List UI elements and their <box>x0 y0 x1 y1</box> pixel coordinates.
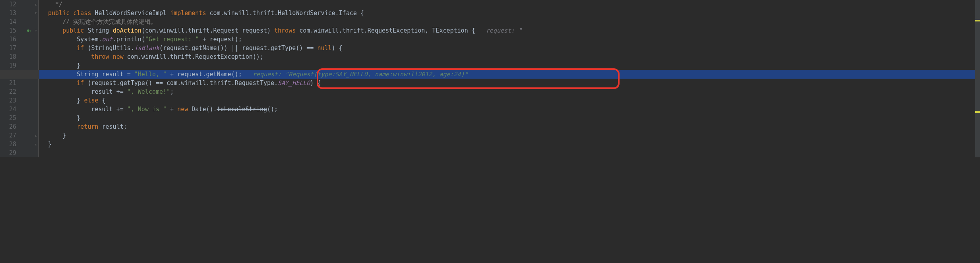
line-number: 28 <box>0 140 26 149</box>
code-text: System. <box>77 36 102 43</box>
class-name: HelloWordServiceImpl <box>95 10 167 17</box>
code-line[interactable]: } <box>39 131 980 140</box>
line-number: 14 <box>0 17 26 26</box>
code-text: + <box>167 106 177 113</box>
code-line[interactable]: result += ", Now is " + new Date().toLoc… <box>39 105 980 114</box>
string-literal: "Hello, " <box>134 71 167 78</box>
fold-down-icon[interactable]: ▿ <box>33 26 38 35</box>
code-text: } <box>77 97 84 104</box>
keyword: else <box>84 97 98 104</box>
brace: } <box>48 141 52 148</box>
keyword: new <box>113 53 124 60</box>
line-number: 15 <box>0 26 26 35</box>
string-literal: ", Welcome!" <box>127 88 170 95</box>
code-line[interactable]: */ <box>39 0 980 9</box>
code-editor[interactable]: 12 13 14 15 16 17 18 19 20 21 22 23 24 2… <box>0 0 980 157</box>
deprecated-method: toLocaleString <box>217 106 267 113</box>
code-line[interactable]: public String doAction(com.winwill.thrif… <box>39 26 980 35</box>
line-number: 13 <box>0 9 26 17</box>
line-number: 18 <box>0 52 26 61</box>
keyword: return <box>77 123 98 130</box>
fold-up-icon[interactable]: ▵ <box>33 140 38 149</box>
code-text: result; <box>99 123 127 130</box>
comment-text: */ <box>52 1 62 8</box>
field-ref: out <box>102 36 113 43</box>
type-ref: com.winwill.thrift.HelloWordService.Ifac… <box>209 10 356 17</box>
line-number: 17 <box>0 44 26 52</box>
string-literal: ", Now is " <box>127 106 167 113</box>
line-number: 16 <box>0 35 26 44</box>
enum-constant: SAY_HELLO <box>278 79 310 87</box>
keyword: null <box>317 44 331 52</box>
line-number: 12 <box>0 0 26 9</box>
code-line[interactable]: } <box>39 61 980 70</box>
keyword: public <box>48 10 70 17</box>
brace: { <box>357 10 364 17</box>
keyword: throw <box>91 53 109 60</box>
code-line[interactable]: } <box>39 114 980 122</box>
keyword: class <box>73 10 91 17</box>
line-number: 29 <box>0 149 26 157</box>
throws-list: com.winwill.thrift.RequestException, TEx… <box>299 27 475 34</box>
code-line[interactable]: throw new com.winwill.thrift.RequestExce… <box>39 52 980 61</box>
line-number: 19 <box>0 61 26 70</box>
code-text: ; <box>170 88 174 95</box>
keyword: throws <box>274 27 296 34</box>
code-text: + request); <box>199 36 242 43</box>
code-text: (); <box>267 106 278 113</box>
code-text: result += <box>91 106 127 113</box>
line-number: 21 <box>0 79 26 87</box>
code-text: { <box>99 97 106 104</box>
code-line[interactable]: if (StringUtils.isBlank(request.getName(… <box>39 44 980 52</box>
fold-up-icon[interactable]: ▵ <box>33 131 38 140</box>
comment-text: // 实现这个方法完成具体的逻辑。 <box>62 18 157 25</box>
keyword: new <box>177 106 188 113</box>
code-line[interactable]: } else { <box>39 96 980 105</box>
code-text: Date(). <box>188 106 217 113</box>
code-text: (request.getType() == com.winwill.thrift… <box>84 79 278 87</box>
line-number: 23 <box>0 96 26 105</box>
code-text: ) { <box>310 79 321 87</box>
debug-inline-value: request: "Request(type:SAY_HELLO, name:w… <box>253 71 468 78</box>
stripe-warning-icon[interactable] <box>975 20 980 21</box>
line-number-gutter: 12 13 14 15 16 17 18 19 20 21 22 23 24 2… <box>0 0 26 157</box>
fold-up-icon[interactable]: ▵ <box>33 0 38 9</box>
code-text: ) { <box>332 44 343 52</box>
stripe-warning-icon[interactable] <box>975 111 980 113</box>
method-name: doAction <box>113 27 141 34</box>
code-line[interactable]: System.out.println("Get request: " + req… <box>39 35 980 44</box>
code-text: (StringUtils. <box>84 44 134 52</box>
type-ref: String <box>87 27 109 34</box>
line-number: 26 <box>0 122 26 131</box>
code-text: result += <box>91 88 127 95</box>
line-number: 24 <box>0 105 26 114</box>
fold-down-icon[interactable]: ▿ <box>33 9 38 17</box>
code-text: + request.getName(); <box>167 71 242 78</box>
brace: } <box>77 114 80 122</box>
code-text: .println( <box>113 36 145 43</box>
keyword: implements <box>170 10 206 17</box>
code-line-current[interactable]: String result = "Hello, " + request.getN… <box>39 70 980 79</box>
code-line[interactable]: // 实现这个方法完成具体的逻辑。 <box>39 17 980 26</box>
gutter-marks: ●↑ <box>26 0 33 157</box>
override-icon: ●↑ <box>27 26 32 35</box>
code-text: com.winwill.thrift.RequestException(); <box>124 53 263 60</box>
code-line[interactable]: result += ", Welcome!"; <box>39 87 980 96</box>
code-line[interactable]: if (request.getType() == com.winwill.thr… <box>39 79 980 87</box>
line-number: 25 <box>0 114 26 122</box>
brace: } <box>77 62 80 69</box>
code-line[interactable]: } <box>39 140 980 149</box>
keyword: if <box>77 44 84 52</box>
code-line[interactable]: public class HelloWordServiceImpl implem… <box>39 9 980 17</box>
code-line[interactable] <box>39 149 980 157</box>
brace: } <box>62 132 66 139</box>
override-gutter-icon[interactable]: ●↑ <box>26 26 33 35</box>
code-area[interactable]: */ public class HelloWordServiceImpl imp… <box>39 0 980 157</box>
error-stripe[interactable] <box>975 0 980 157</box>
line-number: 22 <box>0 87 26 96</box>
code-text: (request.getName()) || request.getType()… <box>159 44 317 52</box>
params: (com.winwill.thrift.Request request) <box>141 27 271 34</box>
code-line[interactable]: return result; <box>39 122 980 131</box>
fold-gutter: ▵ ▿ ▿ ▵ ▵ <box>33 0 39 157</box>
keyword: if <box>77 79 84 87</box>
